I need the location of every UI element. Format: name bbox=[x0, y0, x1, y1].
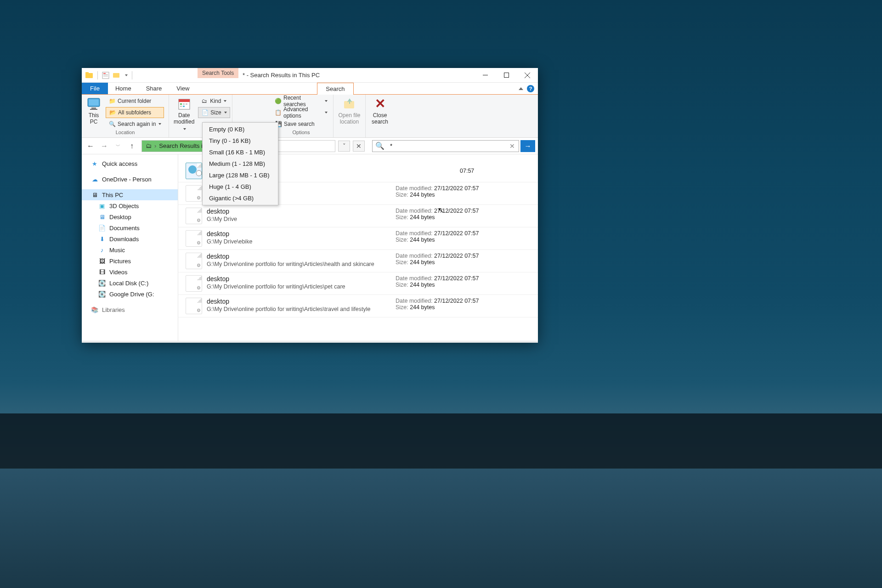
file-icon: ⚙ bbox=[186, 253, 202, 269]
svg-rect-21 bbox=[183, 106, 185, 107]
tab-view[interactable]: View bbox=[169, 83, 197, 94]
size-option-large[interactable]: Large (128 MB - 1 GB) bbox=[203, 170, 278, 181]
stop-refresh-button[interactable]: ✕ bbox=[353, 141, 365, 152]
nav-recent-dropdown[interactable]: ﹀ bbox=[112, 140, 124, 152]
all-subfolders-button[interactable]: 📂All subfolders bbox=[106, 107, 164, 118]
address-dropdown-button[interactable]: ˅ bbox=[338, 141, 350, 152]
sidebar-item-google-drive[interactable]: 💽Google Drive (G: bbox=[82, 288, 178, 300]
close-search-button[interactable]: ✕ Close search bbox=[370, 96, 390, 126]
search-box[interactable]: 🔍 ✕ bbox=[372, 140, 519, 152]
group-location-label: Location bbox=[85, 130, 166, 137]
clear-search-button[interactable]: ✕ bbox=[506, 142, 519, 150]
result-name: desktop bbox=[207, 253, 396, 260]
cloud-icon: ☁ bbox=[91, 175, 98, 183]
search-input[interactable] bbox=[387, 142, 506, 149]
ribbon-search: This PC 📁Current folder 📂All subfolders … bbox=[82, 95, 538, 138]
file-icon: ⚙ bbox=[186, 298, 202, 314]
meta-size-label: Size: bbox=[396, 304, 408, 311]
list-item[interactable]: ⚙desktopG:\My Drive\ebikeDate modified: … bbox=[178, 227, 538, 250]
folder-arrow-icon bbox=[342, 96, 357, 111]
sidebar-item-videos[interactable]: 🎞Videos bbox=[82, 266, 178, 277]
maximize-button[interactable] bbox=[496, 68, 517, 83]
meta-size-value: 244 bytes bbox=[410, 259, 435, 266]
result-name: desktop bbox=[207, 208, 396, 215]
close-button[interactable] bbox=[517, 68, 538, 83]
sidebar-item-libraries[interactable]: 📚Libraries bbox=[82, 304, 178, 315]
sidebar-item-documents[interactable]: 📄Documents bbox=[82, 222, 178, 233]
nav-back-button[interactable]: ← bbox=[85, 140, 96, 152]
size-button[interactable]: 📄Size bbox=[198, 107, 230, 118]
list-item[interactable]: ⚙desktopG:\My Drive\online portfolio for… bbox=[178, 250, 538, 272]
svg-rect-6 bbox=[113, 73, 119, 78]
tab-search[interactable]: Search bbox=[317, 83, 353, 95]
save-search-button[interactable]: 💾Save search bbox=[272, 119, 330, 130]
minimize-button[interactable] bbox=[475, 68, 496, 83]
size-option-huge[interactable]: Huge (1 - 4 GB) bbox=[203, 181, 278, 192]
qat-properties-icon[interactable] bbox=[101, 70, 111, 80]
disk-icon: 💽 bbox=[98, 279, 106, 287]
size-option-tiny[interactable]: Tiny (0 - 16 KB) bbox=[203, 135, 278, 147]
file-icon bbox=[186, 163, 202, 179]
sidebar-item-quick-access[interactable]: ★Quick access bbox=[82, 158, 178, 169]
search-results-icon: 🗂 bbox=[146, 142, 152, 149]
size-option-gigantic[interactable]: Gigantic (>4 GB) bbox=[203, 192, 278, 204]
kind-button[interactable]: 🗂Kind bbox=[198, 96, 230, 107]
titlebar: Search Tools * - Search Results in This … bbox=[82, 68, 538, 83]
svg-rect-1 bbox=[85, 72, 89, 74]
meta-size-value: 244 bytes bbox=[410, 192, 435, 198]
meta-size-label: Size: bbox=[396, 192, 408, 198]
folders-icon: 📂 bbox=[109, 109, 116, 116]
result-name: desktop bbox=[207, 230, 396, 237]
date-modified-button[interactable]: Date modified bbox=[172, 96, 196, 132]
size-option-small[interactable]: Small (16 KB - 1 MB) bbox=[203, 147, 278, 158]
svg-point-23 bbox=[188, 165, 197, 174]
pictures-icon: 🖼 bbox=[98, 257, 106, 265]
nav-up-button[interactable]: ↑ bbox=[126, 140, 138, 152]
tab-home[interactable]: Home bbox=[108, 83, 139, 94]
meta-size-value: 244 bytes bbox=[410, 304, 435, 311]
status-bar bbox=[82, 341, 538, 343]
size-option-empty[interactable]: Empty (0 KB) bbox=[203, 124, 278, 135]
tab-file[interactable]: File bbox=[82, 83, 108, 94]
search-submit-button[interactable]: → bbox=[520, 140, 535, 152]
svg-rect-5 bbox=[103, 76, 108, 76]
list-item[interactable]: ⚙desktopG:\My DriveDate modified: 27/12/… bbox=[178, 205, 538, 227]
size-option-medium[interactable]: Medium (1 - 128 MB) bbox=[203, 158, 278, 170]
open-file-location-button[interactable]: Open file location bbox=[336, 96, 362, 126]
meta-size-value: 244 bytes bbox=[410, 237, 435, 243]
result-path: G:\My Drive\online portfolio for writing… bbox=[207, 261, 396, 267]
search-again-in-button[interactable]: 🔍Search again in bbox=[106, 119, 164, 130]
result-path: G:\My Drive\online portfolio for writing… bbox=[207, 283, 396, 290]
breadcrumb[interactable]: 🗂 › Search Results in bbox=[142, 141, 209, 152]
current-folder-button[interactable]: 📁Current folder bbox=[106, 96, 164, 107]
collapse-ribbon-icon[interactable] bbox=[519, 87, 523, 90]
search-again-icon: 🔍 bbox=[108, 120, 116, 128]
help-icon[interactable]: ? bbox=[527, 85, 534, 92]
sidebar-item-downloads[interactable]: ⬇Downloads bbox=[82, 233, 178, 244]
meta-date-label: Date modified: bbox=[396, 208, 433, 214]
this-pc-button[interactable]: This PC bbox=[85, 96, 103, 126]
sidebar-item-pictures[interactable]: 🖼Pictures bbox=[82, 255, 178, 266]
recent-searches-button[interactable]: 🟢Recent searches bbox=[272, 96, 330, 107]
close-x-icon: ✕ bbox=[373, 96, 387, 111]
sidebar-item-onedrive[interactable]: ☁OneDrive - Person bbox=[82, 174, 178, 185]
cube-icon: ▣ bbox=[98, 202, 106, 209]
nav-pane: ★Quick access ☁OneDrive - Person 🖥This P… bbox=[82, 154, 178, 341]
result-path: G:\My Drive\online portfolio for writing… bbox=[207, 306, 396, 312]
nav-forward-button[interactable]: → bbox=[98, 140, 110, 152]
sidebar-item-this-pc[interactable]: 🖥This PC bbox=[82, 189, 178, 200]
qat-customize-icon[interactable] bbox=[124, 74, 129, 76]
svg-rect-12 bbox=[89, 99, 99, 106]
list-item[interactable]: ⚙desktopG:\My Drive\online portfolio for… bbox=[178, 272, 538, 295]
file-icon: ⚙ bbox=[186, 185, 202, 202]
file-icon: ⚙ bbox=[186, 275, 202, 292]
advanced-options-button[interactable]: 📋Advanced options bbox=[272, 107, 330, 118]
sidebar-item-local-disk[interactable]: 💽Local Disk (C:) bbox=[82, 277, 178, 288]
tab-share[interactable]: Share bbox=[139, 83, 170, 94]
sidebar-item-3d-objects[interactable]: ▣3D Objects bbox=[82, 200, 178, 211]
qat-new-folder-icon[interactable] bbox=[112, 70, 122, 80]
svg-rect-14 bbox=[90, 109, 97, 110]
sidebar-item-music[interactable]: ♪Music bbox=[82, 244, 178, 255]
list-item[interactable]: ⚙desktopG:\My Drive\online portfolio for… bbox=[178, 295, 538, 317]
sidebar-item-desktop[interactable]: 🖥Desktop bbox=[82, 211, 178, 222]
